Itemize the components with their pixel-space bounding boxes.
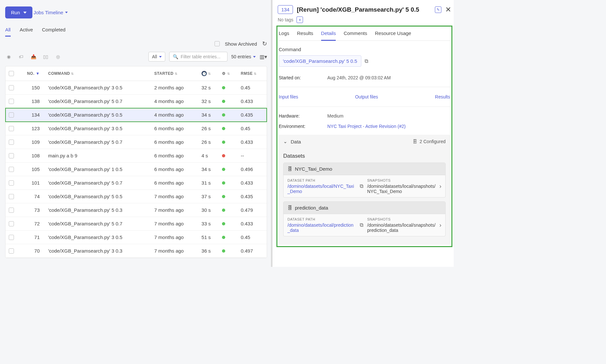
table-row[interactable]: 123 'code/XGB_Paramsearch.py' 3 0.5 6 mo… xyxy=(6,122,267,135)
row-checkbox[interactable] xyxy=(9,99,14,104)
chevron-right-icon[interactable]: › xyxy=(439,222,441,229)
jobs-timeline-link[interactable]: Jobs Timeline xyxy=(33,10,68,15)
row-checkbox[interactable] xyxy=(9,194,14,199)
row-checkbox[interactable] xyxy=(9,208,14,213)
row-checkbox[interactable] xyxy=(9,153,14,158)
dataset-path-label: DATASET PATH xyxy=(287,178,356,182)
results-link[interactable]: Results xyxy=(435,94,450,99)
copy-icon[interactable]: ⧉ xyxy=(365,58,368,64)
row-checkbox[interactable] xyxy=(9,140,14,145)
table-row[interactable]: 138 'code/XGB_Paramsearch.py' 5 0.7 4 mo… xyxy=(6,95,267,108)
table-row[interactable]: 72 'code/XGB_Paramsearch.py' 5 0.7 7 mon… xyxy=(6,217,267,231)
row-status xyxy=(219,81,238,95)
table-row[interactable]: 71 'code/XGB_Paramsearch.py' 3 0.5 7 mon… xyxy=(6,231,267,244)
entries-label: 50 entries xyxy=(231,54,251,59)
col-command[interactable]: COMMAND xyxy=(45,66,151,81)
tag-icon[interactable]: 🏷 xyxy=(17,53,25,60)
table-row[interactable]: 70 'code/XGB_Paramsearch.py' 3 0.3 7 mon… xyxy=(6,244,267,258)
chevron-down-icon xyxy=(65,12,68,13)
row-checkbox[interactable] xyxy=(9,235,14,240)
row-checkbox[interactable] xyxy=(9,248,14,254)
stop-icon[interactable]: ◉ xyxy=(5,53,12,60)
sort-desc-icon: ▼ xyxy=(36,71,40,76)
status-dot-icon xyxy=(222,100,225,103)
status-dot-icon xyxy=(222,181,225,185)
row-duration: 36 s xyxy=(198,244,219,258)
table-row[interactable]: 74 'code/XGB_Paramsearch.py' 5 0.5 7 mon… xyxy=(6,190,267,203)
search-box[interactable]: 🔍 xyxy=(169,52,227,62)
no-tags-label: No tags xyxy=(278,17,293,22)
table-row[interactable]: 134 'code/XGB_Paramsearch.py' 5 0.5 4 mo… xyxy=(6,108,267,122)
data-section-toggle[interactable]: ⌄ Data 🗄 2 Configured xyxy=(279,135,450,148)
row-status xyxy=(219,149,238,163)
row-started: 4 months ago xyxy=(151,95,198,108)
table-row[interactable]: 108 main.py a b 9 6 months ago 4 s -- xyxy=(6,149,267,163)
dataset-path-link[interactable]: /domino/datasets/local/prediction_data xyxy=(287,222,356,233)
tab-active[interactable]: Active xyxy=(20,25,33,37)
run-id-badge: 134 xyxy=(278,5,293,14)
dtab-comments[interactable]: Comments xyxy=(344,28,367,40)
dataset-card: 🗄 prediction_data DATASET PATH /domino/d… xyxy=(283,201,446,236)
table-row[interactable]: 105 'code/XGB_Paramsearch.py' 1 0.5 6 mo… xyxy=(6,163,267,176)
table-row[interactable]: 150 'code/XGB_Paramsearch.py' 3 0.5 2 mo… xyxy=(6,81,267,95)
row-duration: 26 s xyxy=(198,135,219,149)
show-archived-checkbox[interactable] xyxy=(215,41,220,46)
run-button[interactable]: Run xyxy=(5,6,32,18)
row-rmse: 0.433 xyxy=(238,95,267,108)
close-icon[interactable]: ✕ xyxy=(445,6,451,14)
archive-icon[interactable]: 📥 xyxy=(30,53,37,60)
row-checkbox[interactable] xyxy=(9,167,14,172)
dataset-path-link[interactable]: /domino/datasets/local/NYC_Taxi_Demo xyxy=(287,184,356,194)
table-row[interactable]: 109 'code/XGB_Paramsearch.py' 5 0.7 6 mo… xyxy=(6,135,267,149)
table-row[interactable]: 73 'code/XGB_Paramsearch.py' 5 0.3 7 mon… xyxy=(6,203,267,217)
row-command: 'code/XGB_Paramsearch.py' 5 0.5 xyxy=(45,190,151,203)
row-rmse: 0.45 xyxy=(238,231,267,244)
dtab-logs[interactable]: Logs xyxy=(279,28,289,40)
output-files-link[interactable]: Output files xyxy=(355,94,378,99)
col-status[interactable]: ⚙ ⇅ xyxy=(219,66,238,81)
compare-icon[interactable]: ▯▯ xyxy=(42,53,49,60)
row-status xyxy=(219,95,238,108)
col-rmse[interactable]: RMSE xyxy=(238,66,267,81)
row-checkbox[interactable] xyxy=(9,112,14,118)
tab-completed[interactable]: Completed xyxy=(42,25,66,37)
environment-value[interactable]: NYC Taxi Project - Active Revision (#2) xyxy=(327,124,406,129)
row-command: 'code/XGB_Paramsearch.py' 5 0.7 xyxy=(45,95,151,108)
row-status xyxy=(219,163,238,176)
row-started: 7 months ago xyxy=(151,217,198,231)
row-command: 'code/XGB_Paramsearch.py' 3 0.3 xyxy=(45,244,151,258)
row-checkbox[interactable] xyxy=(9,85,14,90)
col-started[interactable]: STARTED xyxy=(151,66,198,81)
col-no[interactable]: NO. ▼ xyxy=(17,66,45,81)
row-no: 74 xyxy=(17,190,45,203)
row-checkbox[interactable] xyxy=(9,221,14,226)
entries-select[interactable]: 50 entries xyxy=(231,54,256,59)
add-tag-button[interactable]: + xyxy=(297,17,303,23)
filter-all-select[interactable]: All xyxy=(148,52,165,62)
columns-icon[interactable]: ▥▾ xyxy=(260,54,267,60)
row-checkbox[interactable] xyxy=(9,126,14,131)
select-all-checkbox[interactable] xyxy=(9,71,14,76)
row-duration: 32 s xyxy=(198,81,219,95)
show-archived-label: Show Archived xyxy=(225,41,257,47)
dtab-resource[interactable]: Resource Usage xyxy=(375,28,411,40)
dataset-path-label: DATASET PATH xyxy=(287,217,356,221)
environment-label: Environment: xyxy=(279,124,327,129)
target-icon[interactable]: ◎ xyxy=(54,53,62,60)
table-row[interactable]: 101 'code/XGB_Paramsearch.py' 5 0.7 6 mo… xyxy=(6,176,267,190)
tab-all[interactable]: All xyxy=(5,25,11,37)
search-input[interactable] xyxy=(181,54,224,59)
edit-icon[interactable]: ✎ xyxy=(435,6,441,13)
database-icon: 🗄 xyxy=(287,205,292,210)
row-command: 'code/XGB_Paramsearch.py' 5 0.7 xyxy=(45,135,151,149)
dtab-results[interactable]: Results xyxy=(297,28,313,40)
refresh-icon[interactable]: ↻ xyxy=(262,40,267,47)
chevron-right-icon[interactable]: › xyxy=(439,183,441,190)
dtab-details[interactable]: Details xyxy=(321,28,336,41)
row-checkbox[interactable] xyxy=(9,180,14,186)
copy-icon[interactable]: ⧉ xyxy=(360,222,363,228)
col-duration[interactable]: 🕐 ⇅ xyxy=(198,66,219,81)
row-started: 6 months ago xyxy=(151,163,198,176)
input-files-link[interactable]: Input files xyxy=(279,94,298,99)
copy-icon[interactable]: ⧉ xyxy=(360,183,363,189)
